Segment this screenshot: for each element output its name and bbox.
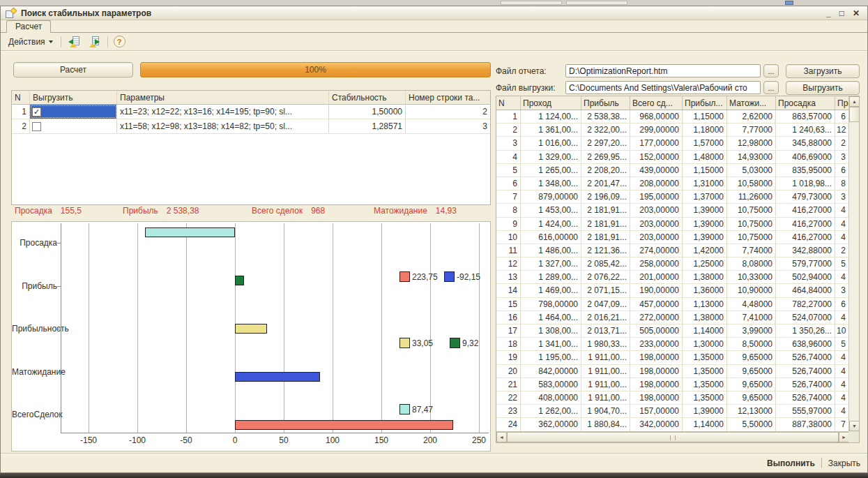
table-row[interactable]: 161 464,00...2 016,21...272,000001,38000… [496, 311, 849, 324]
params-col-header[interactable]: Стабильность [329, 91, 406, 104]
table-row[interactable]: 15798,000002 047,09...457,000001,130004,… [496, 298, 849, 311]
table-row[interactable]: 231 262,00...1 904,70...157,000001,39000… [496, 405, 849, 418]
close-button[interactable]: ✕ [853, 8, 860, 18]
title-bar[interactable]: Поиск стабильных параметров _ □ ✕ [1, 6, 867, 20]
export-file-label: Файл выгрузки: [496, 83, 563, 93]
report-file-input[interactable] [565, 64, 761, 77]
table-row[interactable]: 111 486,00...2 121,36...274,000001,42000… [496, 244, 849, 257]
load-table-button[interactable] [67, 35, 82, 49]
table-row[interactable]: 31 016,00...2 297,20...177,000001,570001… [496, 137, 849, 150]
table-row[interactable]: 141 469,00...2 071,15...190,000001,36000… [496, 284, 849, 297]
results-col-header[interactable]: N [496, 96, 521, 110]
cell: 1,38000 [683, 271, 727, 283]
report-browse-button[interactable]: ... [763, 64, 779, 77]
cell: 835,95000 [776, 164, 835, 177]
checkbox-cell[interactable]: ✓ [30, 105, 117, 119]
table-row[interactable]: 10616,000002 181,91...203,000001,3900010… [496, 231, 849, 244]
table-row[interactable]: 61 348,00...2 201,47...208,000001,310001… [496, 177, 849, 191]
results-col-header[interactable]: Матожи... [727, 96, 776, 110]
table-row[interactable]: 171 308,00...2 013,71...505,000001,14000… [496, 324, 849, 338]
table-row[interactable]: 1✓x11=23; x12=22; x13=16; x14=195; tp=90… [12, 105, 490, 119]
load-report-button[interactable]: Загрузить [786, 64, 860, 78]
x-axis-tick-label: -50 [171, 435, 201, 445]
results-col-header[interactable]: Про [835, 96, 849, 110]
cell: 1,36000 [683, 284, 727, 297]
results-table: NПроходПрибыльВсего сд...Прибыл...Матожи… [496, 96, 860, 443]
vertical-scrollbar[interactable]: ▲ ▼ [848, 96, 859, 431]
checkbox-checked[interactable]: ✓ [32, 107, 41, 117]
params-col-header[interactable]: Параметры [117, 91, 329, 104]
toolbar-separator [61, 36, 61, 47]
close-window-button[interactable]: Закрыть [828, 458, 860, 468]
calc-button[interactable]: Расчет [13, 62, 133, 77]
maximize-button[interactable]: □ [839, 8, 844, 18]
stability-chart: -150-100-50050100150200250ПросадкаПрибыл… [11, 221, 491, 451]
cell-params: x11=58; x12=98; x13=188; x14=82; tp=50; … [117, 119, 329, 133]
params-table-body: 1✓x11=23; x12=22; x13=16; x14=195; tp=90… [12, 105, 490, 134]
scroll-right-icon[interactable]: ► [839, 432, 849, 442]
params-col-header[interactable]: N [12, 91, 30, 104]
cell: 526,74000 [776, 391, 835, 404]
cell: 203,00000 [630, 231, 683, 244]
cell: 1 911,00... [581, 378, 630, 391]
checkbox-cell[interactable] [30, 119, 117, 133]
results-col-header[interactable]: Просадка [776, 96, 835, 110]
results-col-header[interactable]: Проход [521, 96, 581, 110]
cell: 4 [835, 231, 849, 244]
table-row[interactable]: 181 341,00...1 980,33...233,000001,30000… [496, 338, 849, 351]
horizontal-scrollbar[interactable]: ◄ ► [496, 431, 849, 442]
results-col-header[interactable]: Всего сд... [630, 96, 683, 110]
cell: 2 121,36... [581, 244, 630, 257]
scroll-up-icon[interactable]: ▲ [849, 96, 860, 107]
cell: 10,58000 [727, 177, 776, 190]
table-row[interactable]: 21583,000001 911,00...198,000001,350009,… [496, 378, 849, 391]
export-button[interactable]: Выгрузить [786, 81, 860, 95]
params-col-header[interactable]: Номер строки та... [406, 91, 490, 104]
tab-raschet[interactable]: Расчет [6, 20, 51, 33]
export-file-input[interactable] [565, 81, 761, 94]
table-row[interactable]: 24362,000001 880,84...342,000001,140005,… [496, 418, 849, 431]
results-col-header[interactable]: Прибыль [581, 96, 630, 110]
v-scroll-thumb[interactable] [849, 107, 860, 122]
cell: 798,00000 [521, 298, 581, 311]
table-row[interactable]: 191 195,00...1 911,00...198,000001,35000… [496, 351, 849, 364]
stat-label: Прибыль [123, 206, 158, 216]
table-row[interactable]: 131 289,00...2 076,22...201,000001,38000… [496, 271, 849, 284]
chart-gridline [89, 223, 89, 433]
tab-strip: Расчет [1, 20, 867, 33]
results-col-header[interactable]: Прибыл... [683, 96, 727, 110]
table-row[interactable]: 7879,000002 196,09...195,000001,3700011,… [496, 191, 849, 204]
table-row[interactable]: 91 424,00...2 181,91...203,000001,390001… [496, 218, 849, 231]
cell: 4 [835, 311, 849, 324]
execute-button[interactable]: Выполнить [767, 458, 815, 468]
table-row[interactable]: 41 329,00...2 269,95...152,000001,480001… [496, 151, 849, 164]
cell-table-row: 2 [406, 105, 490, 119]
checkbox-unchecked[interactable] [32, 122, 41, 131]
table-row[interactable]: 11 124,00...2 538,38...968,000001,150002… [496, 110, 849, 124]
cell: 1 327,00... [521, 257, 581, 270]
table-row[interactable]: 22408,000001 911,00...198,000001,350009,… [496, 391, 849, 405]
table-row[interactable]: 20842,000001 911,00...198,000001,350009,… [496, 365, 849, 378]
cell: 24 [496, 418, 521, 431]
table-row[interactable]: 21 361,00...2 322,00...299,000001,180007… [496, 124, 849, 137]
help-icon[interactable]: ? [114, 36, 125, 47]
export-browse-button[interactable]: ... [763, 81, 779, 94]
cell: 863,57000 [776, 110, 835, 123]
scroll-left-icon[interactable]: ◄ [496, 432, 507, 442]
scroll-down-icon[interactable]: ▼ [849, 421, 860, 431]
chart-gridline [381, 223, 382, 433]
params-col-header[interactable]: Выгрузить [30, 91, 117, 104]
app-window: Поиск стабильных параметров _ □ ✕ Расчет… [0, 6, 868, 473]
table-row[interactable]: 81 453,00...2 181,91...203,000001,390001… [496, 204, 849, 217]
table-row[interactable]: 121 327,00...2 085,42...258,000001,25000… [496, 257, 849, 271]
minimize-button[interactable]: _ [826, 8, 831, 18]
cell: 4 [835, 204, 849, 216]
table-row[interactable]: 51 265,00...2 208,20...439,000001,150005… [496, 164, 849, 177]
table-row[interactable]: 2x11=58; x12=98; x13=188; x14=82; tp=50;… [12, 119, 490, 134]
cell: 1,35000 [683, 365, 727, 378]
h-scroll-thumb[interactable] [507, 432, 839, 442]
x-axis-tick-label: 50 [268, 435, 299, 445]
background-window-strip [0, 0, 868, 6]
save-table-button[interactable] [86, 35, 102, 49]
actions-menu-button[interactable]: Действия [6, 36, 55, 47]
